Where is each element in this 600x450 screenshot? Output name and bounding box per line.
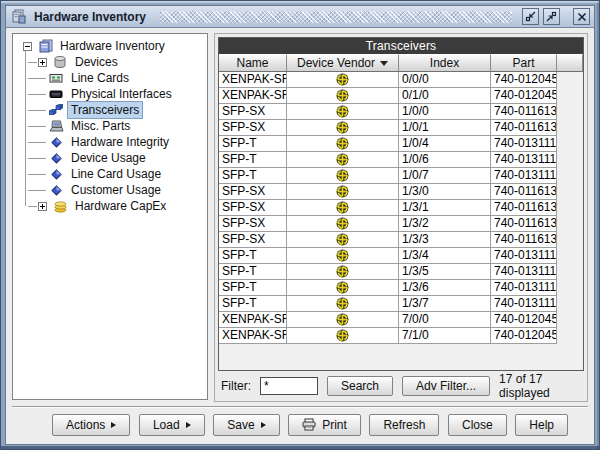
cell-index[interactable]: 1/3/6 (399, 280, 491, 296)
close-button[interactable]: Close (448, 414, 507, 436)
help-button[interactable]: Help (515, 414, 568, 436)
cell-part[interactable]: 740-013111 (491, 248, 557, 264)
tree-item-hardware-inventory[interactable]: Hardware Inventory (57, 38, 168, 54)
tree-item-line-card-usage[interactable]: Line Card Usage (68, 166, 164, 182)
cell-part[interactable]: 740-013111 (491, 280, 557, 296)
cell-vendor[interactable] (287, 200, 399, 216)
cell-index[interactable]: 1/3/2 (399, 216, 491, 232)
cell-part[interactable]: 740-013111 (491, 264, 557, 280)
table-row[interactable]: SFP-SX1/0/1740-011613 (219, 120, 583, 136)
table-row[interactable]: SFP-SX1/3/2740-011613 (219, 216, 583, 232)
cell-name[interactable]: SFP-T (219, 296, 287, 312)
table-row[interactable]: XENPAK-SR0/0/0740-012045 (219, 72, 583, 88)
cell-vendor[interactable] (287, 120, 399, 136)
expand-toggle-icon[interactable] (38, 58, 47, 67)
print-button[interactable]: Print (288, 414, 361, 436)
cell-part[interactable]: 740-011613 (491, 216, 557, 232)
cell-index[interactable]: 1/3/7 (399, 296, 491, 312)
cell-index[interactable]: 1/3/1 (399, 200, 491, 216)
cell-vendor[interactable] (287, 104, 399, 120)
cell-part[interactable]: 740-012045 (491, 72, 557, 88)
close-button[interactable] (573, 8, 590, 25)
search-button[interactable]: Search (327, 376, 393, 396)
expand-toggle-icon[interactable] (38, 202, 47, 211)
cell-part[interactable]: 740-012045 (491, 312, 557, 328)
tree-row-hardware-integrity[interactable]: Hardware Integrity (15, 134, 205, 150)
table-row[interactable]: SFP-SX1/3/1740-011613 (219, 200, 583, 216)
cell-vendor[interactable] (287, 232, 399, 248)
cell-index[interactable]: 0/0/0 (399, 72, 491, 88)
cell-name[interactable]: XENPAK-SR (219, 312, 287, 328)
cell-name[interactable]: SFP-SX (219, 184, 287, 200)
table-row[interactable]: XENPAK-SR0/1/0740-012045 (219, 88, 583, 104)
refresh-button[interactable]: Refresh (369, 414, 439, 436)
cell-vendor[interactable] (287, 280, 399, 296)
table-row[interactable]: SFP-T1/3/4740-013111 (219, 248, 583, 264)
cell-vendor[interactable] (287, 328, 399, 344)
cell-name[interactable]: SFP-SX (219, 216, 287, 232)
cell-vendor[interactable] (287, 184, 399, 200)
tree-row-customer-usage[interactable]: Customer Usage (15, 182, 205, 198)
cell-part[interactable]: 740-011613 (491, 200, 557, 216)
tree-item-hardware-integrity[interactable]: Hardware Integrity (68, 134, 172, 150)
cell-index[interactable]: 0/1/0 (399, 88, 491, 104)
tree-item-devices[interactable]: Devices (72, 54, 121, 70)
table-row[interactable]: SFP-SX1/3/0740-011613 (219, 184, 583, 200)
tree-item-customer-usage[interactable]: Customer Usage (68, 182, 164, 198)
cell-part[interactable]: 740-013111 (491, 168, 557, 184)
cell-part[interactable]: 740-011613 (491, 104, 557, 120)
tree-row-devices[interactable]: Devices (15, 54, 205, 70)
tree-row-device-usage[interactable]: Device Usage (15, 150, 205, 166)
cell-index[interactable]: 1/3/4 (399, 248, 491, 264)
cell-part[interactable]: 740-013111 (491, 296, 557, 312)
cell-name[interactable]: SFP-SX (219, 120, 287, 136)
tree-item-transceivers[interactable]: Transceivers (68, 102, 142, 118)
column-header-name[interactable]: Name (219, 54, 287, 72)
cell-name[interactable]: SFP-T (219, 136, 287, 152)
tree-row-physical-interfaces[interactable]: Physical Interfaces (15, 86, 205, 102)
table-row[interactable]: SFP-T1/0/4740-013111 (219, 136, 583, 152)
actions-button[interactable]: Actions (52, 414, 130, 436)
cell-index[interactable]: 1/0/7 (399, 168, 491, 184)
cell-vendor[interactable] (287, 264, 399, 280)
table-row[interactable]: SFP-SX1/0/0740-011613 (219, 104, 583, 120)
cell-name[interactable]: SFP-SX (219, 104, 287, 120)
cell-name[interactable]: SFP-T (219, 152, 287, 168)
cell-vendor[interactable] (287, 168, 399, 184)
cell-name[interactable]: SFP-T (219, 248, 287, 264)
column-header-device-vendor[interactable]: Device Vendor (287, 54, 399, 72)
cell-index[interactable]: 1/3/5 (399, 264, 491, 280)
column-header-index[interactable]: Index (399, 54, 491, 72)
cell-name[interactable]: SFP-T (219, 168, 287, 184)
window-titlebar[interactable]: Hardware Inventory (6, 6, 594, 28)
table-row[interactable]: XENPAK-SR7/0/0740-012045 (219, 312, 583, 328)
tree-item-line-cards[interactable]: Line Cards (68, 70, 132, 86)
cell-name[interactable]: XENPAK-SR (219, 72, 287, 88)
cell-part[interactable]: 740-013111 (491, 152, 557, 168)
column-header-part[interactable]: Part (491, 54, 557, 72)
cell-vendor[interactable] (287, 88, 399, 104)
save-button[interactable]: Save (213, 414, 279, 436)
cell-name[interactable]: SFP-T (219, 280, 287, 296)
collapse-toggle-icon[interactable] (23, 42, 32, 51)
cell-name[interactable]: SFP-SX (219, 200, 287, 216)
table-row[interactable]: SFP-T1/0/6740-013111 (219, 152, 583, 168)
cell-vendor[interactable] (287, 216, 399, 232)
tree-row-hardware-inventory[interactable]: Hardware Inventory (15, 38, 205, 54)
cell-index[interactable]: 1/0/4 (399, 136, 491, 152)
cell-part[interactable]: 740-013111 (491, 136, 557, 152)
cell-index[interactable]: 1/0/6 (399, 152, 491, 168)
cell-vendor[interactable] (287, 248, 399, 264)
cell-part[interactable]: 740-011613 (491, 232, 557, 248)
table-row[interactable]: SFP-T1/0/7740-013111 (219, 168, 583, 184)
table-row[interactable]: SFP-T1/3/5740-013111 (219, 264, 583, 280)
tree-row-hardware-capex[interactable]: Hardware CapEx (15, 198, 205, 214)
tree-row-line-cards[interactable]: Line Cards (15, 70, 205, 86)
load-button[interactable]: Load (139, 414, 205, 436)
iconify-button[interactable] (522, 8, 539, 25)
tree-row-line-card-usage[interactable]: Line Card Usage (15, 166, 205, 182)
cell-index[interactable]: 7/1/0 (399, 328, 491, 344)
cell-vendor[interactable] (287, 312, 399, 328)
cell-name[interactable]: XENPAK-SR (219, 88, 287, 104)
cell-index[interactable]: 1/3/3 (399, 232, 491, 248)
